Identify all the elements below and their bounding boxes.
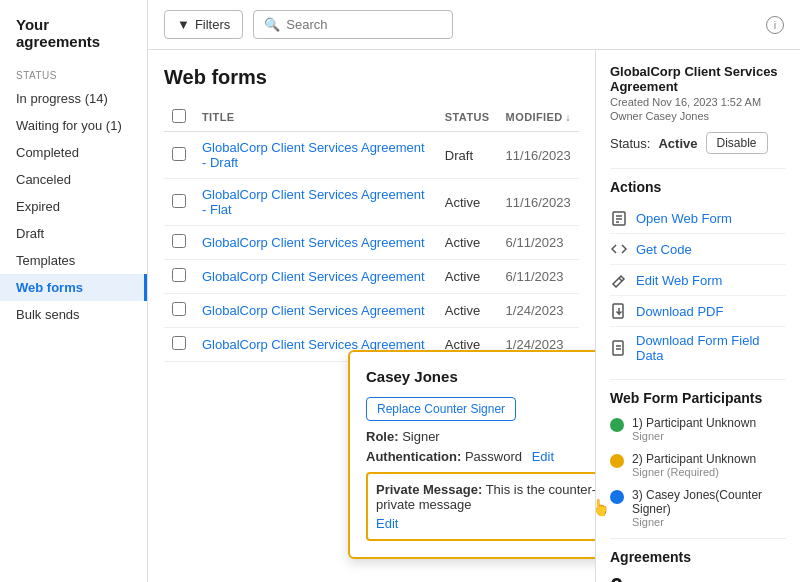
- topbar: ▼ Filters 🔍 i: [148, 0, 800, 50]
- sort-arrow: ↓: [566, 112, 571, 123]
- participant-role-p1: Signer: [632, 430, 756, 442]
- right-panel: GlobalCorp Client Services Agreement Cre…: [595, 50, 800, 582]
- participant-dot-p1: [610, 418, 624, 432]
- agreements-title: Agreements: [610, 549, 786, 565]
- disable-button[interactable]: Disable: [706, 132, 768, 154]
- participant-info-p2: 2) Participant Unknown Signer (Required): [632, 452, 756, 478]
- action-label-get-code: Get Code: [636, 242, 692, 257]
- sidebar-item-completed[interactable]: Completed: [0, 139, 147, 166]
- status-label: Status:: [610, 136, 650, 151]
- sidebar-item-expired[interactable]: Expired: [0, 193, 147, 220]
- filter-button[interactable]: ▼ Filters: [164, 10, 243, 39]
- sidebar-item-waiting[interactable]: Waiting for you (1): [0, 112, 147, 139]
- status-row: Status: Active Disable: [610, 132, 786, 154]
- auth-value: Password: [465, 449, 522, 464]
- table-row: GlobalCorp Client Services Agreement - F…: [164, 179, 579, 226]
- search-box: 🔍: [253, 10, 453, 39]
- search-input[interactable]: [286, 17, 442, 32]
- row-checkbox[interactable]: [172, 268, 186, 282]
- private-message-box: Private Message: This is the counter-sig…: [366, 472, 595, 541]
- table-row: GlobalCorp Client Services Agreement Act…: [164, 260, 579, 294]
- participant-info-p1: 1) Participant Unknown Signer: [632, 416, 756, 442]
- row-checkbox[interactable]: [172, 336, 186, 350]
- action-download-pdf[interactable]: Download PDF: [610, 296, 786, 327]
- svg-rect-5: [613, 304, 623, 318]
- table-row: GlobalCorp Client Services Agreement - D…: [164, 132, 579, 179]
- agreements-count: 0 All: [610, 573, 786, 582]
- forms-panel: Web forms TITLE STATUS MODIFIED↓ GlobalC…: [148, 50, 595, 582]
- participant-name-p3: 3) Casey Jones(Counter Signer): [632, 488, 786, 516]
- info-icon[interactable]: i: [766, 16, 784, 34]
- action-edit-web-form[interactable]: Edit Web Form: [610, 265, 786, 296]
- form-title-cell[interactable]: GlobalCorp Client Services Agreement - F…: [194, 179, 437, 226]
- participant-name-p1: 1) Participant Unknown: [632, 416, 756, 430]
- svg-line-4: [619, 278, 622, 281]
- form-status-cell: Active: [437, 179, 498, 226]
- participant-role-p3: Signer: [632, 516, 786, 528]
- action-download-form-field[interactable]: Download Form Field Data: [610, 327, 786, 369]
- status-value: Active: [658, 136, 697, 151]
- forms-title: Web forms: [164, 66, 579, 89]
- action-get-code[interactable]: Get Code: [610, 234, 786, 265]
- form-modified-cell: 6/11/2023: [498, 226, 579, 260]
- sidebar-item-in-progress[interactable]: In progress (14): [0, 85, 147, 112]
- sidebar: Your agreements STATUS In progress (14) …: [0, 0, 148, 582]
- table-row: GlobalCorp Client Services Agreement Act…: [164, 226, 579, 260]
- download-pdf-icon: [610, 302, 628, 320]
- sidebar-title: Your agreements: [0, 16, 147, 62]
- col-title: TITLE: [194, 103, 437, 132]
- auth-edit-link[interactable]: Edit: [532, 449, 554, 464]
- edit-web-form-icon: [610, 271, 628, 289]
- sidebar-item-draft[interactable]: Draft: [0, 220, 147, 247]
- replace-counter-signer-button[interactable]: Replace Counter Signer: [366, 397, 516, 421]
- sidebar-item-canceled[interactable]: Canceled: [0, 166, 147, 193]
- filter-icon: ▼: [177, 17, 190, 32]
- col-status: STATUS: [437, 103, 498, 132]
- main-content: ▼ Filters 🔍 i Web forms TITLE STATUS MOD…: [148, 0, 800, 582]
- form-status-cell: Draft: [437, 132, 498, 179]
- form-title-cell[interactable]: GlobalCorp Client Services Agreement: [194, 260, 437, 294]
- form-modified-cell: 6/11/2023: [498, 260, 579, 294]
- status-section-label: STATUS: [0, 62, 147, 85]
- form-status-cell: Active: [437, 294, 498, 328]
- select-all-checkbox[interactable]: [172, 109, 186, 123]
- right-panel-title: GlobalCorp Client Services Agreement: [610, 64, 786, 94]
- participant-role-p2: Signer (Required): [632, 466, 756, 478]
- form-title-cell[interactable]: GlobalCorp Client Services Agreement: [194, 294, 437, 328]
- form-status-cell: Active: [437, 260, 498, 294]
- action-open-web-form[interactable]: Open Web Form: [610, 203, 786, 234]
- action-label-download-pdf: Download PDF: [636, 304, 723, 319]
- sidebar-item-templates[interactable]: Templates: [0, 247, 147, 274]
- row-checkbox[interactable]: [172, 234, 186, 248]
- action-label-open-web-form: Open Web Form: [636, 211, 732, 226]
- form-modified-cell: 11/16/2023: [498, 179, 579, 226]
- row-checkbox[interactable]: [172, 302, 186, 316]
- participant-dot-p2: [610, 454, 624, 468]
- private-msg-edit-link[interactable]: Edit: [376, 516, 595, 531]
- role-field: Role: Signer: [366, 429, 595, 444]
- private-msg-label: Private Message:: [376, 482, 482, 497]
- participants-title: Web Form Participants: [610, 390, 786, 406]
- row-checkbox[interactable]: [172, 147, 186, 161]
- col-modified: MODIFIED↓: [498, 103, 579, 132]
- action-label-download-form-field: Download Form Field Data: [636, 333, 786, 363]
- participants-list: 1) Participant Unknown Signer 2) Partici…: [610, 416, 786, 528]
- form-title-cell[interactable]: GlobalCorp Client Services Agreement - D…: [194, 132, 437, 179]
- auth-label: Authentication:: [366, 449, 461, 464]
- actions-list: Open Web Form Get Code Edit Web Form Dow…: [610, 203, 786, 369]
- sidebar-item-bulk-sends[interactable]: Bulk sends: [0, 301, 147, 328]
- right-panel-created: Created Nov 16, 2023 1:52 AM: [610, 96, 786, 108]
- table-row: GlobalCorp Client Services Agreement Act…: [164, 294, 579, 328]
- participant-item-p2: 2) Participant Unknown Signer (Required): [610, 452, 786, 478]
- auth-field: Authentication: Password Edit: [366, 449, 595, 464]
- open-web-form-icon: [610, 209, 628, 227]
- svg-rect-6: [613, 341, 623, 355]
- search-icon: 🔍: [264, 17, 280, 32]
- sidebar-item-web-forms[interactable]: Web forms: [0, 274, 147, 301]
- form-modified-cell: 11/16/2023: [498, 132, 579, 179]
- form-modified-cell: 1/24/2023: [498, 294, 579, 328]
- row-checkbox[interactable]: [172, 194, 186, 208]
- form-title-cell[interactable]: GlobalCorp Client Services Agreement: [194, 226, 437, 260]
- get-code-icon: [610, 240, 628, 258]
- download-form-field-icon: [610, 339, 628, 357]
